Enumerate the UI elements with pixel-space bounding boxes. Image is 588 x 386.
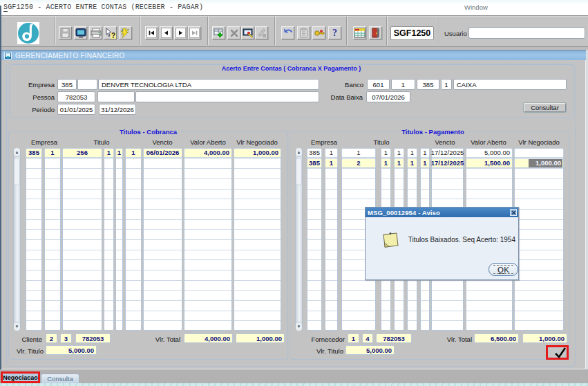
svg-text:?: ?: [111, 32, 115, 39]
